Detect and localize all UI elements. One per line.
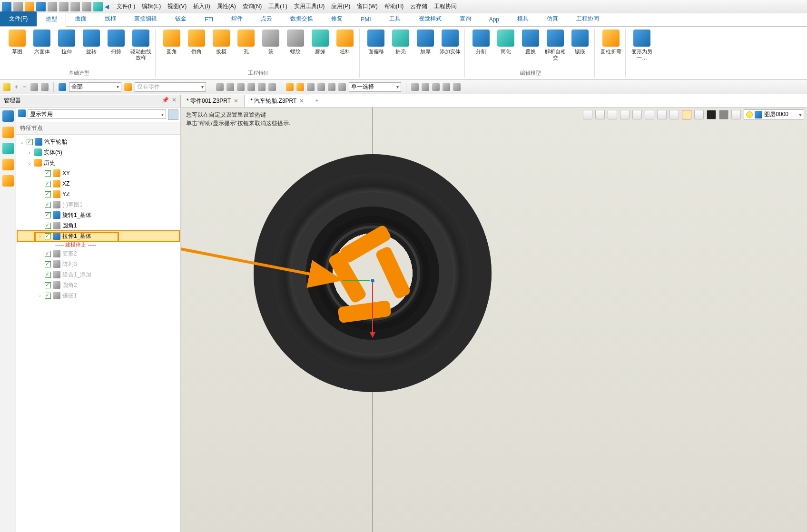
menu-10[interactable]: 帮助(H) — [384, 2, 404, 10]
tree-item-1[interactable]: XZ — [17, 178, 179, 189]
doc-tab-1[interactable]: * 汽车轮胎.Z3PRT✕ — [244, 95, 310, 107]
vp-ic-2[interactable] — [595, 110, 605, 119]
tree-item-9[interactable]: 阵列3 — [17, 259, 179, 269]
checkbox[interactable] — [45, 202, 51, 208]
vp-ic-3[interactable] — [608, 110, 617, 119]
t8-icon[interactable] — [296, 83, 304, 91]
tree-item-3[interactable]: (-)草图1 — [17, 199, 179, 210]
t6-icon[interactable] — [268, 83, 276, 91]
ribbon-btn-3-2[interactable]: 置换 — [519, 29, 542, 55]
ribbon-btn-2-3[interactable]: 添加实体 — [439, 29, 462, 55]
print-preview-icon[interactable] — [59, 2, 69, 11]
checkbox[interactable] — [45, 293, 51, 299]
cursor-icon[interactable] — [3, 83, 10, 91]
checkbox[interactable] — [45, 191, 51, 197]
checkbox[interactable] — [45, 282, 51, 288]
ribbon-btn-0-2[interactable]: 拉伸 — [55, 29, 78, 55]
t12-icon[interactable] — [338, 83, 346, 91]
ribbon-tab-15[interactable]: App — [480, 13, 508, 26]
refresh-icon[interactable] — [93, 2, 103, 11]
ribbon-tab-9[interactable]: 数据交换 — [281, 11, 322, 26]
layer-combo[interactable]: 图层0000▾ — [744, 109, 804, 119]
tree-item-8[interactable]: 变形2 — [17, 248, 179, 259]
ribbon-tab-14[interactable]: 查询 — [451, 11, 480, 26]
ribbon-btn-1-0[interactable]: 圆角 — [160, 29, 183, 55]
ribbon-btn-0-4[interactable]: 扫掠 — [105, 29, 128, 55]
menu-3[interactable]: 插入(I) — [193, 2, 210, 10]
ribbon-btn-2-1[interactable]: 抽壳 — [389, 29, 412, 55]
menu-6[interactable]: 工具(T) — [268, 2, 287, 10]
tree-filter-icon[interactable] — [168, 109, 178, 120]
checkbox[interactable] — [45, 251, 51, 257]
filter-scope-combo[interactable]: 全部 — [69, 82, 121, 92]
menu-4[interactable]: 属性(A) — [217, 2, 236, 10]
ribbon-tab-3[interactable]: 线框 — [96, 11, 125, 26]
ribbon-btn-1-7[interactable]: 坯料 — [334, 29, 356, 55]
menu-8[interactable]: 应用(P) — [331, 2, 350, 10]
close-tab-icon[interactable]: ✕ — [299, 98, 304, 104]
menu-7[interactable]: 实用工具(U) — [294, 2, 325, 10]
s2-icon[interactable] — [422, 83, 429, 91]
vp-ic-10[interactable] — [731, 110, 741, 119]
doc-tab-0[interactable]: * 零件001.Z3PRT✕ — [180, 95, 245, 107]
checkbox[interactable] — [45, 233, 51, 239]
tree-item-10[interactable]: 组合1_添加 — [17, 269, 179, 280]
tree-solids[interactable]: ›实体(5) — [17, 147, 179, 158]
checkbox[interactable] — [27, 139, 33, 145]
t2-icon[interactable] — [226, 83, 234, 91]
ribbon-btn-0-5[interactable]: 驱动曲线放样 — [129, 29, 152, 61]
checkbox[interactable] — [45, 261, 51, 267]
close-tab-icon[interactable]: ✕ — [234, 98, 238, 104]
ribbon-tab-8[interactable]: 点云 — [252, 11, 281, 26]
close-panel-icon[interactable]: ✕ — [172, 97, 177, 105]
manager-view-icon[interactable] — [2, 110, 14, 122]
ribbon-btn-0-0[interactable]: 草图 — [6, 29, 29, 55]
t1-icon[interactable] — [216, 83, 224, 91]
ribbon-btn-1-2[interactable]: 拔模 — [210, 29, 233, 55]
t9-icon[interactable] — [307, 83, 315, 91]
t4-icon[interactable] — [247, 83, 255, 91]
menu-2[interactable]: 视图(V) — [167, 2, 187, 10]
ribbon-btn-3-0[interactable]: 分割 — [470, 29, 492, 55]
vp-ic-8[interactable] — [669, 110, 679, 119]
ribbon-tab-12[interactable]: 工具 — [380, 11, 410, 26]
undo-icon[interactable] — [70, 2, 80, 11]
s5-icon[interactable] — [453, 83, 461, 91]
save-icon[interactable] — [36, 2, 46, 11]
t10-icon[interactable] — [317, 83, 325, 91]
select-mode-combo[interactable]: 单一选择 — [349, 82, 401, 92]
menu-0[interactable]: 文件(F) — [117, 2, 135, 10]
open-icon[interactable] — [25, 2, 34, 11]
vp-ic-7[interactable] — [657, 110, 667, 119]
t3-icon[interactable] — [237, 83, 245, 91]
tree-item-4[interactable]: 旋转1_基体 — [17, 210, 179, 220]
tree-history[interactable]: ⌄历史 — [17, 158, 179, 168]
vp-ic-4[interactable] — [620, 110, 630, 119]
checkbox[interactable] — [45, 170, 51, 177]
menu-12[interactable]: 工程协同 — [434, 2, 457, 10]
vp-ic-active[interactable] — [682, 110, 691, 119]
pin-icon[interactable]: 📌 — [162, 97, 169, 105]
parts-icon[interactable] — [124, 83, 132, 91]
new-icon[interactable] — [13, 2, 23, 11]
checkbox[interactable] — [45, 223, 51, 229]
view-icon-2[interactable] — [2, 143, 14, 154]
feature-tree[interactable]: ⌄汽车轮胎›实体(5)⌄历史XYXZYZ(-)草图1旋转1_基体圆角1›拉伸1_… — [16, 135, 180, 532]
vp-color-gray[interactable] — [719, 110, 728, 119]
s1-icon[interactable] — [411, 83, 419, 91]
view-icon-3[interactable] — [2, 159, 14, 170]
ribbon-tab-18[interactable]: 工程协同 — [567, 11, 608, 26]
ribbon-tab-11[interactable]: PMI — [352, 13, 380, 26]
ribbon-btn-3-3[interactable]: 解析自相交 — [544, 29, 567, 61]
checkbox[interactable] — [45, 181, 51, 187]
checkbox[interactable] — [45, 212, 51, 218]
tree-item-12[interactable]: ›镶嵌1 — [17, 290, 179, 301]
ribbon-tab-16[interactable]: 模具 — [508, 11, 538, 26]
new-tab-button[interactable]: ＋ — [310, 95, 324, 107]
view-icon-1[interactable] — [2, 127, 14, 138]
menu-9[interactable]: 窗口(W) — [357, 2, 377, 10]
ribbon-btn-2-2[interactable]: 加厚 — [414, 29, 437, 55]
ribbon-btn-1-3[interactable]: 孔 — [235, 29, 257, 55]
vp-ic-6[interactable] — [645, 110, 654, 119]
vp-color-dark[interactable] — [707, 110, 716, 119]
